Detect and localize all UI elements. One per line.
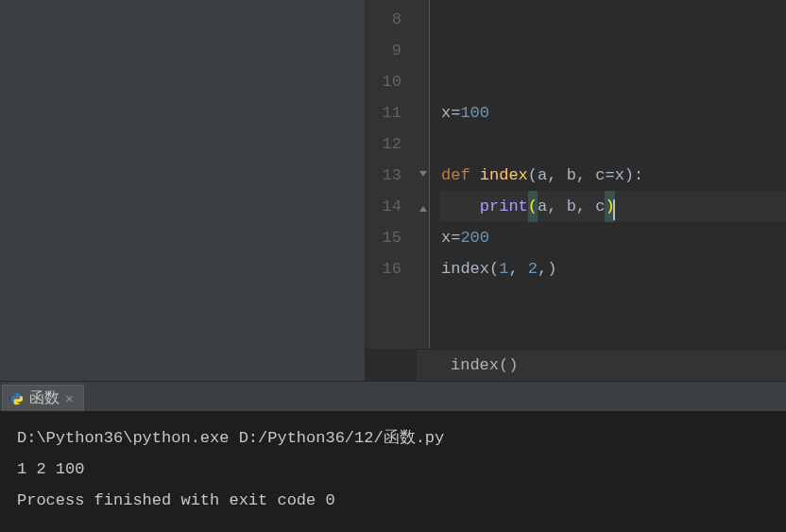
line-number: 8: [366, 4, 402, 35]
fold-spacer: [417, 4, 429, 35]
line-number: 14: [366, 191, 402, 222]
token: 200: [460, 222, 489, 253]
token: b: [567, 191, 576, 222]
python-icon: [10, 392, 24, 405]
token: ,: [508, 253, 527, 284]
project-sidebar[interactable]: [0, 0, 366, 381]
token: =: [451, 222, 460, 253]
fold-spacer: [417, 129, 429, 160]
console-line: 1 2 100: [17, 454, 769, 485]
code-editor[interactable]: x=100def index(a, b, c=x): print(a, b, c…: [439, 0, 786, 349]
token: c: [595, 160, 605, 191]
token: x: [441, 222, 451, 253]
code-area: 8910111213141516 x=100def index(a, b, c=…: [366, 0, 786, 349]
fold-spacer: [417, 222, 429, 253]
run-tool-tabbar: 函数 ×: [0, 381, 786, 411]
line-number-gutter[interactable]: 8910111213141516: [366, 0, 417, 349]
run-tab-label: 函数: [29, 388, 60, 408]
token: (: [528, 160, 538, 191]
fold-spacer: [417, 35, 429, 66]
fold-spacer: [417, 253, 429, 284]
line-number: 9: [366, 35, 402, 66]
token: index: [480, 160, 528, 191]
token: ,: [547, 160, 566, 191]
run-console[interactable]: D:\Python36\python.exe D:/Python36/12/函数…: [0, 411, 786, 532]
token: x: [441, 97, 451, 129]
cursor: [613, 199, 615, 220]
code-line[interactable]: print(a, b, c): [439, 191, 786, 222]
code-line[interactable]: [439, 4, 786, 35]
token: print: [480, 191, 528, 222]
token: ,: [547, 191, 566, 222]
code-line[interactable]: x=100: [439, 97, 786, 129]
token: [441, 191, 480, 222]
breadcrumb-label: index(): [451, 356, 518, 374]
console-line: D:\Python36\python.exe D:/Python36/12/函数…: [17, 422, 769, 454]
token: c: [595, 191, 605, 222]
token: b: [567, 160, 576, 191]
code-line[interactable]: [439, 35, 786, 66]
line-number: 12: [366, 129, 402, 160]
line-number: 16: [366, 253, 402, 284]
token: 2: [528, 253, 538, 284]
close-icon[interactable]: ×: [65, 391, 74, 405]
token: =: [605, 160, 614, 191]
line-number: 10: [366, 66, 402, 97]
token: (: [528, 191, 538, 222]
editor-margin-line: [429, 0, 439, 349]
token: ,: [576, 160, 595, 191]
token: 1: [499, 253, 508, 284]
editor-wrap: 8910111213141516 x=100def index(a, b, c=…: [366, 0, 786, 381]
token: 100: [460, 97, 489, 129]
token: ,): [538, 253, 556, 284]
run-tab[interactable]: 函数 ×: [2, 385, 84, 411]
token: a: [538, 191, 547, 222]
fold-gutter[interactable]: [417, 0, 429, 349]
token: def: [441, 160, 480, 191]
code-line[interactable]: index(1, 2,): [439, 253, 786, 284]
token: =: [451, 97, 460, 129]
fold-spacer: [417, 97, 429, 129]
code-line[interactable]: [439, 66, 786, 97]
fold-spacer: [417, 66, 429, 97]
line-number: 15: [366, 222, 402, 253]
code-line[interactable]: def index(a, b, c=x):: [439, 160, 786, 191]
token: ,: [576, 191, 595, 222]
code-line[interactable]: x=200: [439, 222, 786, 253]
token: index(: [441, 253, 499, 284]
code-line[interactable]: [439, 129, 786, 160]
breadcrumb[interactable]: index(): [417, 349, 786, 381]
token: ):: [624, 160, 643, 191]
fold-toggle-icon[interactable]: [417, 191, 429, 222]
token: a: [538, 160, 547, 191]
fold-toggle-icon[interactable]: [417, 160, 429, 191]
line-number: 13: [366, 160, 402, 191]
token: x: [615, 160, 624, 191]
console-line: Process finished with exit code 0: [17, 485, 769, 516]
line-number: 11: [366, 97, 402, 129]
